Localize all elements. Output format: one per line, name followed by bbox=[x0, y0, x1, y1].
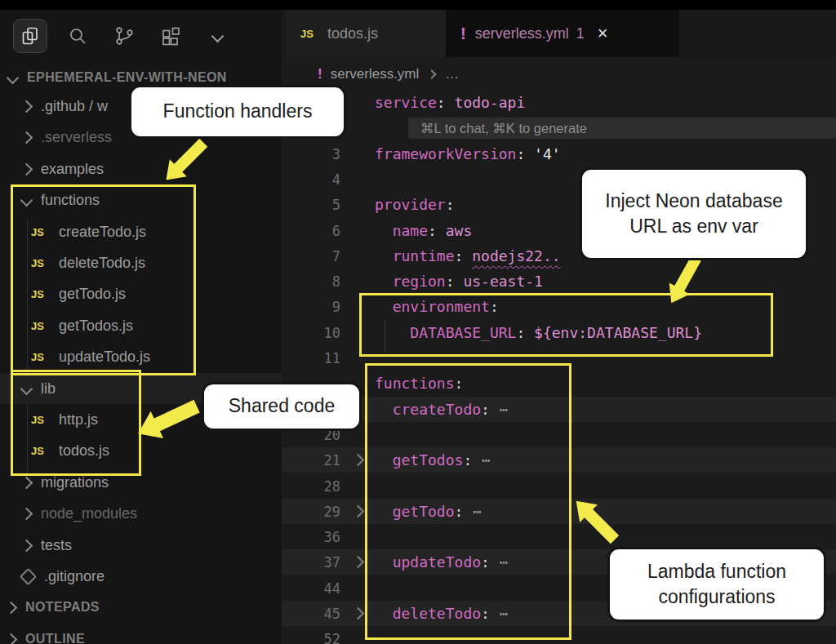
fold-chevron-icon[interactable] bbox=[351, 607, 364, 620]
arrow-to-functions-folder bbox=[160, 135, 211, 186]
chevron-right-icon bbox=[428, 69, 437, 78]
line-number: 10 bbox=[282, 325, 340, 341]
code-line[interactable]: 36 bbox=[282, 524, 836, 549]
line-number: 4 bbox=[282, 171, 340, 188]
code-text: deleteTodo: ⋯ bbox=[375, 605, 509, 622]
line-number: 21 bbox=[282, 452, 340, 469]
code-text: runtime: nodejs22.. bbox=[375, 247, 561, 264]
line-number: 9 bbox=[282, 299, 340, 315]
indent-guide bbox=[27, 405, 28, 477]
code-text: frameworkVersion: '4' bbox=[375, 145, 561, 162]
code-line[interactable]: 52 bbox=[282, 626, 836, 644]
line-number: 36 bbox=[282, 529, 340, 545]
tree-item--gitignore[interactable]: .gitignore bbox=[0, 561, 282, 592]
code-text: name: aws bbox=[375, 222, 472, 239]
code-line[interactable]: 29 getTodo: ⋯ bbox=[282, 499, 836, 524]
code-line[interactable]: createTodo: ⋯ bbox=[282, 397, 836, 422]
annotation-text: Function handlers bbox=[163, 99, 313, 124]
chevron-right-icon bbox=[20, 507, 33, 520]
tree-item-deletetodo-js[interactable]: JSdeleteTodo.js bbox=[0, 247, 282, 278]
tab-label: todos.js bbox=[327, 25, 378, 42]
tab-serverless-yml[interactable]: ! serverless.yml 1 × bbox=[446, 10, 679, 57]
tree-item-migrations[interactable]: migrations bbox=[0, 467, 282, 498]
annotation-text: Lambda function bbox=[647, 559, 786, 584]
chevron-down-icon bbox=[7, 71, 20, 84]
annotation-text: configurations bbox=[658, 584, 775, 610]
indent-guide bbox=[27, 219, 28, 380]
fold-chevron-icon[interactable] bbox=[351, 505, 364, 518]
line-number: 11 bbox=[282, 350, 340, 366]
code-line[interactable]: ⌘L to chat, ⌘K to generate bbox=[282, 115, 836, 140]
breadcrumb[interactable]: ! serverless.yml … bbox=[282, 64, 459, 85]
annotation-inject-env: Inject Neon database URL as env var bbox=[580, 167, 808, 260]
annotation-function-handlers: Function handlers bbox=[129, 85, 346, 139]
tree-item-label: lib bbox=[41, 380, 56, 398]
code-text: service: todo-api bbox=[375, 94, 525, 111]
breadcrumb-more[interactable]: … bbox=[445, 66, 459, 82]
chevron-right-icon bbox=[20, 539, 33, 552]
code-text: functions: bbox=[375, 375, 463, 392]
code-line[interactable]: 3frameworkVersion: '4' bbox=[282, 141, 836, 167]
tree-item-updatetodo-js[interactable]: JSupdateTodo.js bbox=[0, 341, 282, 372]
root-folder-label: EPHEMERAL-ENV-WITH-NEON bbox=[27, 70, 227, 85]
line-number: 28 bbox=[282, 478, 340, 495]
code-line[interactable]: 10 DATABASE_URL: ${env:DATABASE_URL} bbox=[282, 320, 836, 345]
code-line[interactable]: 9 environment: bbox=[282, 294, 836, 319]
code-line[interactable]: 28 bbox=[282, 473, 836, 499]
inline-ai-hint: ⌘L to chat, ⌘K to generate bbox=[408, 118, 836, 139]
tree-item-label: createTodo.js bbox=[59, 224, 146, 241]
sidebar-section-notepads[interactable]: NOTEPADS bbox=[0, 592, 282, 623]
chevron-right-icon bbox=[5, 633, 18, 644]
tree-item-label: examples bbox=[41, 161, 104, 178]
tree-item-createtodo-js[interactable]: JScreateTodo.js bbox=[0, 216, 282, 247]
js-file-icon: JS bbox=[31, 445, 49, 457]
tree-item-tests[interactable]: tests bbox=[0, 530, 282, 561]
code-line[interactable]: 21 getTodos: ⋯ bbox=[282, 447, 836, 473]
js-file-icon: JS bbox=[31, 226, 49, 238]
js-file-icon: JS bbox=[31, 257, 49, 269]
code-line[interactable]: service: todo-api bbox=[282, 90, 836, 115]
tab-todos-js[interactable]: JS todos.js bbox=[286, 10, 446, 57]
code-line[interactable]: 20 bbox=[282, 422, 836, 447]
fold-chevron-icon[interactable] bbox=[351, 454, 364, 467]
sidebar-section-outline[interactable]: OUTLINE bbox=[0, 624, 282, 644]
js-file-icon: JS bbox=[31, 320, 49, 332]
js-file-icon: JS bbox=[300, 28, 318, 40]
tree-item-gettodos-js[interactable]: JSgetTodos.js bbox=[0, 310, 282, 341]
fold-chevron-icon[interactable] bbox=[351, 556, 364, 569]
tree-item-label: .gitignore bbox=[44, 568, 104, 585]
tree-item-label: functions bbox=[41, 192, 100, 209]
tree-item-examples[interactable]: examples bbox=[0, 153, 282, 184]
extensions-icon[interactable] bbox=[154, 20, 187, 52]
source-control-icon[interactable] bbox=[108, 20, 140, 52]
js-file-icon: JS bbox=[31, 414, 49, 426]
tree-item-gettodo-js[interactable]: JSgetTodo.js bbox=[0, 278, 282, 309]
line-number: 8 bbox=[282, 273, 340, 290]
editor-window: EPHEMERAL-ENV-WITH-NEON .github / w.serv… bbox=[0, 0, 836, 644]
code-text: createTodo: ⋯ bbox=[375, 401, 509, 418]
tab-bar: JS todos.js ! serverless.yml 1 × bbox=[282, 10, 836, 57]
tree-item-label: .serverless bbox=[41, 129, 112, 146]
tree-item-node-modules[interactable]: node_modules bbox=[0, 498, 282, 529]
tree-item-functions[interactable]: functions bbox=[0, 184, 282, 215]
code-line[interactable]: 8 region: us-east-1 bbox=[282, 269, 836, 294]
arrow-to-functions-block bbox=[570, 495, 622, 547]
more-views-chevron-icon[interactable] bbox=[201, 20, 233, 52]
chevron-down-icon bbox=[20, 382, 33, 395]
search-icon[interactable] bbox=[61, 20, 94, 52]
breadcrumb-file[interactable]: serverless.yml bbox=[331, 66, 420, 82]
warning-icon: ! bbox=[318, 66, 322, 82]
explorer-icon[interactable] bbox=[13, 19, 47, 53]
code-line[interactable]: functions: bbox=[282, 371, 836, 396]
warning-icon: ! bbox=[460, 24, 466, 43]
chevron-right-icon bbox=[20, 162, 33, 175]
code-line[interactable]: 11 bbox=[282, 345, 836, 371]
line-number: 5 bbox=[282, 197, 340, 213]
indent-guide bbox=[385, 320, 385, 353]
chevron-right-icon bbox=[20, 476, 33, 489]
tree-item-label: tests bbox=[41, 537, 72, 554]
chevron-right-icon bbox=[5, 601, 18, 614]
problem-count-badge: 1 bbox=[576, 25, 585, 42]
activity-bar bbox=[0, 10, 282, 62]
close-icon[interactable]: × bbox=[598, 24, 608, 42]
